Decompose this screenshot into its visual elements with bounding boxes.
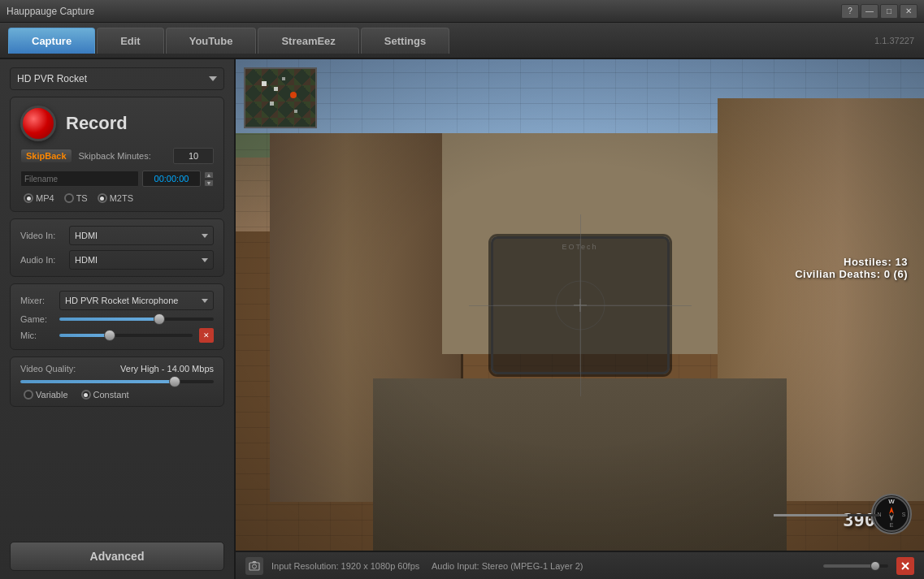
game-volume-slider[interactable]	[59, 318, 214, 321]
camera-svg	[249, 561, 260, 571]
tab-youtube[interactable]: YouTube	[166, 28, 257, 54]
time-input[interactable]	[142, 171, 201, 187]
tab-settings[interactable]: Settings	[361, 28, 449, 54]
quality-thumb[interactable]	[169, 376, 180, 387]
varconstant-row: Variable Constant	[20, 390, 214, 400]
svg-point-13	[253, 564, 257, 568]
tab-streameez[interactable]: StreamEez	[258, 28, 358, 54]
quality-slider[interactable]	[20, 380, 214, 383]
filename-row: ▲ ▼	[20, 171, 214, 187]
health-bar-fill	[774, 514, 848, 516]
game-mixer-row: Game:	[20, 314, 214, 324]
video-in-select[interactable]: HDMI Component Composite	[69, 226, 214, 245]
input-section: Video In: HDMI Component Composite Audio…	[10, 218, 224, 277]
mixer-select[interactable]: HD PVR Rocket Microphone System Default	[59, 291, 214, 310]
hostiles-line2: Civilian Deaths: 0 (6)	[795, 268, 908, 280]
mic-volume-thumb[interactable]	[104, 330, 115, 341]
record-circle[interactable]	[20, 106, 56, 141]
tab-bar: Capture Edit YouTube StreamEez Settings …	[0, 23, 924, 59]
mic-volume-slider[interactable]	[59, 334, 193, 337]
ts-radio[interactable]	[64, 193, 74, 203]
record-label: Record	[66, 113, 128, 134]
right-panel: EOTech Hostiles: 13 Civilian Deaths: 0 (…	[236, 59, 924, 579]
hostiles-display: Hostiles: 13 Civilian Deaths: 0 (6)	[795, 256, 908, 280]
mic-volume-fill	[59, 334, 110, 337]
mic-mixer-label: Mic:	[20, 331, 53, 340]
help-button[interactable]: ?	[841, 4, 859, 19]
audio-in-select[interactable]: HDMI Analog SP/DIF	[69, 250, 214, 270]
format-ts[interactable]: TS	[64, 193, 88, 203]
volume-thumb[interactable]	[870, 561, 880, 571]
status-bar: Input Resolution: 1920 x 1080p 60fps Aud…	[236, 551, 924, 579]
minimap-inner	[245, 69, 315, 127]
scope-brand: EOTech	[562, 243, 597, 251]
record-button-area[interactable]: Record	[20, 106, 214, 141]
maximize-button[interactable]: □	[880, 4, 898, 19]
skipback-button[interactable]: SkipBack	[20, 149, 72, 163]
svg-text:W: W	[888, 498, 895, 505]
svg-text:S: S	[902, 512, 906, 517]
quality-row: Video Quality: Very High - 14.00 Mbps	[20, 364, 214, 374]
tab-capture[interactable]: Capture	[8, 28, 95, 54]
scope-svg	[493, 239, 667, 372]
game-volume-fill	[59, 318, 160, 321]
title-bar: Hauppauge Capture ? — □ ✕	[0, 0, 924, 23]
variable-radio[interactable]	[24, 390, 33, 400]
variable-radio-item[interactable]: Variable	[24, 390, 68, 400]
skipback-minutes-label: Skipback Minutes:	[79, 151, 167, 161]
time-down-button[interactable]: ▼	[204, 179, 214, 187]
game-mixer-label: Game:	[20, 314, 53, 324]
video-in-row: Video In: HDMI Component Composite	[20, 226, 214, 245]
weapon-scope: EOTech	[491, 236, 670, 374]
mixer-row: Mixer: HD PVR Rocket Microphone System D…	[20, 291, 214, 310]
filename-input[interactable]	[20, 171, 139, 187]
format-m2ts[interactable]: M2TS	[98, 193, 133, 203]
output-volume-slider[interactable]	[823, 564, 888, 568]
mute-icon	[900, 561, 910, 571]
skipback-row: SkipBack Skipback Minutes:	[20, 148, 214, 164]
minimap-marker	[294, 110, 297, 113]
device-select[interactable]: HD PVR Rocket HD PVR 2 Colossus 2	[10, 67, 224, 90]
m2ts-radio[interactable]	[98, 193, 107, 203]
advanced-button[interactable]: Advanced	[10, 542, 224, 571]
svg-rect-12	[249, 563, 259, 570]
version-label: 1.1.37227	[874, 36, 914, 45]
volume-fill	[823, 564, 875, 568]
mic-mute-button[interactable]: ✕	[199, 328, 214, 343]
close-button[interactable]: ✕	[900, 4, 917, 19]
mixer-label: Mixer:	[20, 296, 53, 305]
format-row: MP4 TS M2TS	[20, 193, 214, 203]
audio-in-row: Audio In: HDMI Analog SP/DIF	[20, 250, 214, 270]
quality-value: Very High - 14.00 Mbps	[85, 364, 214, 374]
hostiles-line1: Hostiles: 13	[795, 256, 908, 268]
record-section: Record SkipBack Skipback Minutes: ▲ ▼	[10, 97, 224, 212]
format-mp4[interactable]: MP4	[24, 193, 54, 203]
video-in-label: Video In:	[20, 231, 63, 240]
output-mute-button[interactable]	[896, 557, 914, 575]
minimap-marker	[282, 77, 285, 80]
minimize-button[interactable]: —	[861, 4, 878, 19]
tab-edit[interactable]: Edit	[97, 28, 164, 54]
quality-section: Video Quality: Very High - 14.00 Mbps Va…	[10, 356, 224, 407]
camera-icon	[245, 557, 263, 575]
constant-radio-item[interactable]: Constant	[81, 390, 129, 400]
quality-label: Video Quality:	[20, 364, 79, 374]
time-up-button[interactable]: ▲	[204, 171, 214, 179]
health-bar-bg	[774, 514, 879, 516]
window-controls: ? — □ ✕	[841, 4, 917, 19]
main-content: HD PVR Rocket HD PVR 2 Colossus 2 Record…	[0, 59, 924, 579]
minimap-player	[290, 92, 297, 98]
mixer-section: Mixer: HD PVR Rocket Microphone System D…	[10, 283, 224, 350]
mic-mixer-row: Mic: ✕	[20, 328, 214, 343]
quality-fill	[20, 380, 175, 383]
minimap	[244, 67, 317, 128]
mp4-radio[interactable]	[24, 193, 33, 203]
game-volume-thumb[interactable]	[154, 313, 165, 325]
minimap-marker	[262, 81, 267, 86]
minimap-marker	[274, 87, 278, 91]
left-panel: HD PVR Rocket HD PVR 2 Colossus 2 Record…	[0, 59, 236, 579]
constant-radio[interactable]	[81, 390, 91, 400]
skipback-minutes-input[interactable]	[173, 148, 214, 164]
svg-text:E: E	[890, 522, 894, 528]
status-resolution-text: Input Resolution: 1920 x 1080p 60fps Aud…	[271, 561, 815, 571]
